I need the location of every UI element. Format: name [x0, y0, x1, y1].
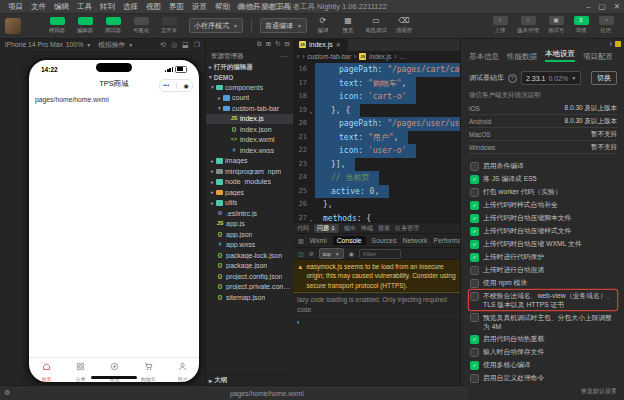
simulate-select[interactable]: 模拟操作 — [98, 40, 125, 50]
menu-界面[interactable]: 界面 — [165, 2, 188, 12]
menu-帮助[interactable]: 帮助 — [211, 2, 234, 12]
clear-console-icon[interactable]: ⊘ — [309, 250, 314, 257]
code-editor[interactable]: 16pagePath: "/pages/cart/cart17text: "购物… — [293, 61, 460, 222]
context-select[interactable]: top ▼ — [319, 248, 344, 259]
tree-item-count[interactable]: ▸count — [206, 93, 294, 104]
action-测试号[interactable]: ▣测试号 — [547, 16, 565, 35]
menu-转到[interactable]: 转到 — [96, 2, 119, 12]
checkbox[interactable]: ✓ — [470, 361, 479, 370]
checkbox[interactable]: ✓ — [470, 175, 479, 184]
new-file-icon[interactable]: ⧉ — [257, 40, 262, 48]
option-启用代码自动热重载[interactable]: ✓启用代码自动热重载 — [469, 333, 617, 345]
exit-icon[interactable]: ◉ — [183, 82, 188, 89]
menu-文件[interactable]: 文件 — [27, 2, 50, 12]
open-editors-section[interactable]: ▸ 打开的编辑器 — [206, 62, 294, 72]
tabbar-item-首页[interactable]: 首页 — [29, 357, 63, 383]
menu-编辑[interactable]: 编辑 — [50, 2, 73, 12]
checkbox[interactable] — [470, 188, 479, 197]
checkbox[interactable]: ✓ — [470, 214, 479, 223]
toggle-可视化[interactable]: 可视化 — [129, 17, 153, 35]
action-编译[interactable]: ⟳编译 — [314, 16, 332, 35]
action-详情[interactable]: ≡详情 — [572, 16, 590, 35]
tree-item-app.js[interactable]: JSapp.js — [206, 219, 294, 230]
tree-item-node_modules[interactable]: ▸node_modules — [206, 177, 294, 188]
tree-item-index.js[interactable]: JSindex.js — [206, 114, 294, 125]
menu-工具[interactable]: 工具 — [73, 2, 96, 12]
option-使用多核心编译[interactable]: ✓使用多核心编译 — [469, 359, 617, 371]
option-预览及真机调试时主包、分[interactable]: 预览及真机调试时主包、分包大小上限调整为 4M — [469, 312, 617, 332]
option-启用条件编译[interactable]: 启用条件编译 — [469, 160, 617, 172]
project-root[interactable]: ▾ DEMO — [206, 72, 294, 82]
breadcrumb-part[interactable]: custom-tab-bar — [307, 53, 351, 60]
tree-item-index.wxml[interactable]: <>index.wxml — [206, 135, 294, 146]
more-actions-icon[interactable]: ··· — [280, 53, 290, 60]
mode-select[interactable]: 小程序模式 ▼ — [189, 18, 243, 33]
action-清缓存[interactable]: ⌫清缓存 — [395, 16, 413, 35]
option-上传代码时自动压缩 WX[interactable]: ✓上传代码时自动压缩 WXML 文件 — [469, 238, 617, 250]
panel-tab-任务管理[interactable]: 任务管理 — [395, 224, 419, 233]
tree-item-custom-tab-bar[interactable]: ▾custom-tab-bar — [206, 103, 294, 114]
collapse-icon[interactable]: ⊟ — [285, 40, 290, 48]
action-预览[interactable]: ▦预览 — [339, 16, 357, 35]
action-版本管理[interactable]: ⑂版本管理 — [516, 16, 540, 35]
close-tab-icon[interactable]: ✕ — [336, 41, 341, 48]
option-启用自定义处理命令[interactable]: 启用自定义处理命令 — [469, 372, 617, 384]
switch-library-button[interactable]: 切换 — [591, 71, 617, 85]
option-输入时自动保存文件[interactable]: 输入时自动保存文件 — [469, 346, 617, 358]
maximize-button[interactable]: ▢ — [599, 2, 606, 11]
tabbar-item-用户[interactable]: 用户 — [165, 357, 199, 383]
detail-tab-性能数据[interactable]: 性能数据 — [507, 52, 537, 62]
menu-视图[interactable]: 视图 — [142, 2, 165, 12]
devtools-tab-Sources[interactable]: Sources — [372, 237, 397, 244]
new-folder-icon[interactable]: ⊞ — [266, 40, 271, 48]
info-icon[interactable]: ? — [508, 74, 517, 83]
checkbox[interactable] — [470, 266, 479, 275]
menu-设置[interactable]: 设置 — [188, 2, 211, 12]
tree-item-.eslintrc.js[interactable]: ⚙.eslintrc.js — [206, 208, 294, 219]
devtools-tab-Network[interactable]: Network — [403, 237, 428, 244]
action-真机调试[interactable]: ▭真机调试 — [364, 16, 388, 35]
sidebar-toggle-icon[interactable]: ◫ — [298, 250, 304, 257]
menu-选择[interactable]: 选择 — [119, 2, 142, 12]
checkbox[interactable]: ✓ — [470, 201, 479, 210]
compile-select[interactable]: 普通编译 ▼ — [260, 18, 307, 33]
breadcrumb-part[interactable]: … — [399, 53, 406, 60]
tree-item-miniprogram_npm[interactable]: ▸miniprogram_npm — [206, 166, 294, 177]
rotate-icon[interactable]: ⟲ — [160, 41, 166, 49]
reset-defaults-link[interactable]: 恢复默认设置 — [469, 384, 617, 399]
detail-tab-基本信息[interactable]: 基本信息 — [469, 52, 499, 62]
close-button[interactable]: ✕ — [614, 2, 620, 11]
checkbox[interactable]: ✓ — [470, 335, 479, 344]
action-社区[interactable]: ◔社区 — [597, 16, 615, 35]
panel-tab-输出[interactable]: 输出 — [344, 224, 356, 233]
fold-icon[interactable]: ⌄ — [307, 212, 315, 223]
nav-back-icon[interactable]: ‹ — [297, 53, 299, 60]
tabbar-item-购物车[interactable]: 购物车 — [131, 357, 165, 383]
checkbox[interactable] — [470, 313, 479, 322]
filter-input[interactable]: Filter — [359, 249, 401, 259]
checkbox[interactable]: ✓ — [470, 253, 479, 262]
checkbox[interactable] — [470, 279, 479, 288]
option-上传时进行自动混淆[interactable]: 上传时进行自动混淆 — [469, 264, 617, 276]
devtools-tab-Wxml[interactable]: Wxml — [310, 237, 327, 244]
devtools-tab-Performance[interactable]: Performance — [433, 237, 460, 244]
eye-icon[interactable]: ◉ — [349, 250, 354, 257]
tabbar-item-发现[interactable]: 发现 — [97, 357, 131, 383]
tree-item-index.wxss[interactable]: #index.wxss — [206, 145, 294, 156]
option-打包 worker 代码[interactable]: 打包 worker 代码（实验） — [469, 186, 617, 198]
option-不校验合法域名、web-[interactable]: 不校验合法域名、web-view（业务域名）、TLS 版本以及 HTTPS 证书 — [469, 290, 617, 310]
tab-index-js[interactable]: JS index.js ✕ — [293, 38, 348, 51]
capsule-menu[interactable]: ••• ◉ — [159, 79, 193, 92]
panel-tab-代码[interactable]: 代码 — [297, 224, 309, 233]
tree-item-project.config.json[interactable]: {}project.config.json — [206, 271, 294, 282]
option-上传代码时样式自动补全[interactable]: ✓上传代码时样式自动补全 — [469, 199, 617, 211]
option-上传时进行代码保护[interactable]: ✓上传时进行代码保护 — [469, 251, 617, 263]
breadcrumb-part[interactable]: index.js — [369, 53, 391, 60]
console-prompt[interactable]: › — [293, 317, 460, 328]
tree-item-components[interactable]: ▾components — [206, 82, 294, 93]
refresh-icon[interactable]: ◎ — [171, 41, 177, 49]
action-上传[interactable]: ↑上传 — [491, 16, 509, 35]
panel-tab-终端[interactable]: 终端 — [361, 224, 373, 233]
tree-item-pages[interactable]: ▸pages — [206, 187, 294, 198]
checkbox[interactable] — [470, 374, 479, 383]
